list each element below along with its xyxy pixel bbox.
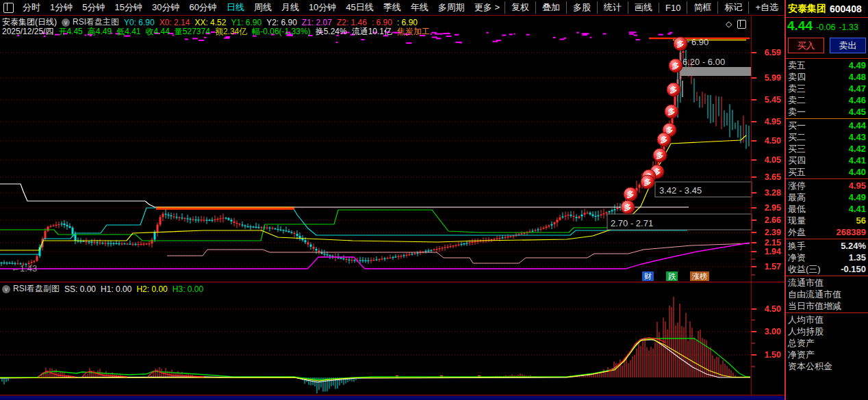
period-tab[interactable]: 月线 [277, 1, 304, 14]
stat-row: 最高4.49 [786, 191, 868, 203]
quote-panel: 安泰集团 600408 4.44 -0.06 -1.33 买入 卖出 卖五4.4… [786, 0, 868, 400]
period-tab[interactable]: 分时 [18, 1, 45, 14]
last-price: 4.44 [787, 18, 813, 34]
sell-level-row[interactable]: 卖三4.47 [786, 83, 868, 94]
ohlc-item: 流通10.1亿 [352, 26, 392, 38]
sell-levels: 卖五4.49卖四4.48卖三4.47卖二4.46卖一4.45 [786, 59, 868, 118]
ohlc-item: 2025/12/25/四 [2, 26, 53, 38]
y-axis-label: 2.66 [765, 215, 781, 225]
buy-level-row[interactable]: 买五4.40 [786, 166, 868, 178]
period-tab[interactable]: 1分钟 [45, 1, 77, 14]
toolbar-item[interactable]: 简框 [687, 1, 717, 14]
chevron-down-icon[interactable]: ∨ [62, 18, 70, 27]
main-chart-canvas[interactable]: 6.906.20 - 6.003.42 - 3.452.70 - 2.71←1.… [0, 15, 784, 282]
top-menu-bar: 分时1分钟5分钟15分钟30分钟60分钟日线周线月线10分钟45日线季线年线多周… [0, 0, 784, 16]
toolbar-item[interactable]: 统计 [597, 1, 628, 14]
period-tab[interactable]: 60分钟 [184, 1, 221, 14]
stat-row: 换手5.24% [786, 240, 868, 252]
ohlc-item: 额2.34亿 [215, 26, 247, 38]
buy-button[interactable]: 买入 [788, 38, 824, 53]
sell-level-row[interactable]: 卖四4.48 [786, 71, 868, 83]
sub-chart-canvas[interactable]: 4.503.001.50 [0, 282, 784, 400]
per-capita-stats: 人均市值人均持股总资产净资产资本公积金 [786, 313, 868, 373]
ohlc-item: 换5.24% [316, 26, 347, 38]
stat-row: 流通市值 [786, 277, 868, 289]
period-tab[interactable]: 45日线 [341, 1, 378, 14]
period-tab[interactable]: 季线 [379, 1, 406, 14]
period-tab[interactable]: 多周期 [433, 1, 470, 14]
y-axis-label: 4.50 [765, 136, 781, 146]
sub-indicator-params: SS: 0.00H1: 0.00H2: 0.00H3: 0.00 [64, 284, 208, 294]
chart-annotation: 2.70 - 2.71 [611, 218, 653, 228]
ohlc-item: 量527374 [175, 26, 210, 38]
y-axis-label: 1.94 [765, 247, 781, 256]
market-link-badge[interactable]: 涨榜 [690, 271, 709, 281]
buy-level-row[interactable]: 买二4.43 [786, 131, 868, 143]
period-tab[interactable]: 5分钟 [77, 1, 110, 14]
period-tab[interactable]: 15分钟 [110, 1, 146, 14]
period-tab[interactable]: 周线 [249, 1, 277, 14]
chart-annotation: ←1.43 [11, 263, 37, 274]
indicator-param: H3: 0.00 [173, 284, 203, 294]
stock-name[interactable]: 安泰集团 [788, 3, 826, 15]
sell-button[interactable]: 卖出 [830, 38, 866, 53]
period-tab[interactable]: 10分钟 [304, 1, 341, 14]
y-axis-label: 4.95 [765, 117, 781, 126]
sell-level-row[interactable]: 卖一4.45 [786, 106, 868, 118]
long-signal-badge: 多 [672, 62, 680, 70]
sub-indicator-bar: ∨ RSI看盘副图 SS: 0.00H1: 0.00H2: 0.00H3: 0.… [2, 283, 208, 295]
long-signal-badge: 多 [668, 107, 676, 116]
price-change-pct: -1.33 [839, 23, 858, 32]
stat-row: 现量56 [786, 215, 868, 226]
chevron-down-icon[interactable]: ∨ [2, 285, 10, 293]
buy-level-row[interactable]: 买四4.41 [786, 155, 868, 166]
sub-y-axis-label: 1.50 [765, 350, 781, 360]
toolbar-item[interactable]: F10 [659, 3, 687, 13]
long-signal-badge: 多 [666, 126, 674, 134]
ohlc-item: 幅-0.06(-1.33%) [252, 26, 310, 38]
diamond-icon[interactable]: ◇ [726, 19, 732, 29]
toolbar-item[interactable]: 画线 [628, 1, 659, 14]
sell-level-row[interactable]: 卖五4.49 [786, 59, 868, 71]
day-stats: 涨停4.95最高4.49最低4.41现量56外盘268389 [786, 179, 868, 239]
toolbar-item[interactable]: 多股 [566, 1, 597, 14]
y-axis-label: 3.65 [765, 172, 781, 182]
period-tabs: 分时1分钟5分钟15分钟30分钟60分钟日线周线月线10分钟45日线季线年线多周… [18, 1, 505, 14]
toolbar-menu: 复权叠加多股统计画线F10简框标记+自选返回 [505, 0, 815, 15]
toolbar-item[interactable]: +自选 [748, 1, 784, 14]
indicator-param: H1: 0.00 [101, 284, 131, 294]
indicator-param: SS: 0.00 [64, 284, 96, 294]
market-link-badge[interactable]: 跌 [666, 271, 678, 281]
long-signal-badge: 多 [624, 203, 632, 211]
market-link-badges: 财跌涨榜 [642, 271, 722, 281]
y-axis-label: 2.15 [765, 238, 781, 248]
sub-y-axis-label: 4.50 [765, 304, 781, 314]
toolbar-item[interactable]: 复权 [505, 1, 535, 14]
sell-level-row[interactable]: 卖二4.46 [786, 94, 868, 106]
buy-level-row[interactable]: 买三4.42 [786, 143, 868, 155]
stat-row: 净资产 [786, 349, 868, 360]
y-axis-label: 2.95 [765, 203, 781, 213]
long-signal-badge: 多 [670, 85, 678, 94]
stat-row: 最低4.41 [786, 203, 868, 215]
stock-code[interactable]: 600408 [830, 3, 862, 14]
long-signal-badge: 多 [677, 40, 685, 48]
window-split-icon[interactable] [3, 3, 14, 13]
stat-row: 当日市值增减 [786, 300, 868, 312]
market-link-badge[interactable]: 财 [642, 271, 654, 281]
toolbar-item[interactable]: 标记 [717, 1, 748, 14]
split-window-icon[interactable] [737, 20, 746, 29]
stat-row: 外盘268389 [786, 226, 868, 238]
period-tab[interactable]: 30分钟 [147, 1, 184, 14]
period-tab[interactable]: 年线 [406, 1, 433, 14]
period-tab[interactable]: 更多 > [470, 1, 505, 14]
long-signal-badge: 多 [627, 190, 635, 198]
y-axis-label: 2.39 [765, 228, 781, 237]
toolbar-item[interactable]: 叠加 [535, 1, 566, 14]
ohlc-item: 收4.44 [145, 26, 169, 38]
sub-indicator-name[interactable]: RSI看盘副图 [13, 283, 60, 295]
ratio-stats: 换手5.24%净资1.35收益(三)-0.150 [786, 239, 868, 276]
buy-level-row[interactable]: 买一4.44 [786, 120, 868, 131]
ohlc-item: 低4.41 [116, 26, 140, 38]
period-tab[interactable]: 日线 [222, 1, 249, 14]
